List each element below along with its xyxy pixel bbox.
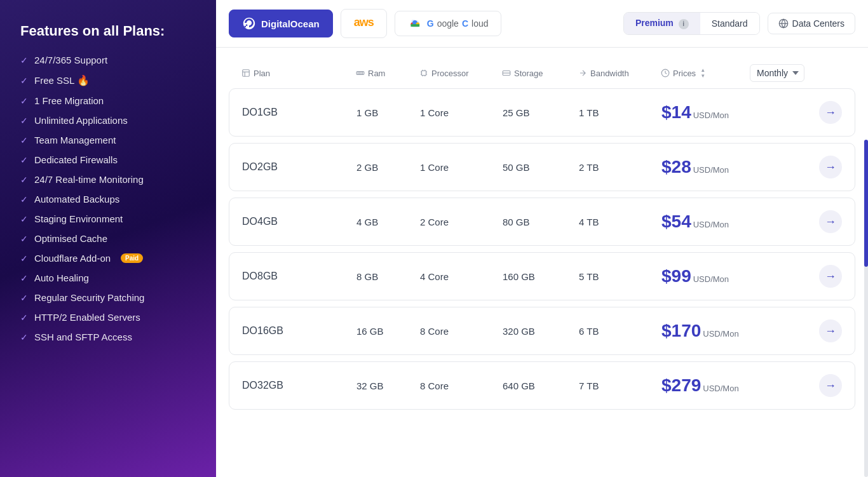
plan-storage: 640 GB — [503, 380, 579, 391]
premium-label: Premium — [635, 18, 674, 28]
col-bandwidth: Bandwidth — [578, 69, 661, 78]
select-plan-button[interactable]: → — [819, 319, 842, 342]
feature-label: Auto Healing — [34, 272, 89, 283]
processor-icon — [419, 69, 428, 77]
feature-label: Staging Environment — [34, 213, 123, 224]
price-unit: USD/Mon — [693, 111, 729, 120]
provider-btn-googlecloud[interactable]: Google Cloud — [395, 11, 502, 36]
tier-buttons: Premium i Standard — [623, 12, 760, 35]
plan-bandwidth: 2 TB — [579, 162, 661, 173]
scroll-track[interactable] — [864, 140, 868, 477]
main-content: DigitalOcean aws — [216, 0, 868, 477]
check-icon: ✓ — [20, 155, 28, 165]
price-unit: USD/Mon — [693, 274, 729, 284]
select-plan-button[interactable]: → — [819, 265, 842, 288]
sidebar: Features on all Plans: ✓ 24/7/365 Suppor… — [0, 0, 216, 477]
table-row[interactable]: DO2GB 2 GB 1 Core 50 GB 2 TB $28 USD/Mon… — [229, 143, 855, 191]
feature-item: ✓ SSH and SFTP Access — [20, 332, 196, 342]
plan-ram: 2 GB — [356, 162, 420, 173]
storage-icon — [502, 69, 511, 77]
plan-storage: 80 GB — [503, 217, 579, 227]
table-row[interactable]: DO4GB 4 GB 2 Core 80 GB 4 TB $54 USD/Mon… — [229, 198, 855, 246]
plan-storage: 25 GB — [503, 107, 579, 118]
monthly-select[interactable]: Monthly Yearly — [750, 64, 804, 82]
check-icon: ✓ — [20, 253, 28, 264]
check-icon: ✓ — [20, 312, 28, 323]
table-row[interactable]: DO32GB 32 GB 8 Core 640 GB 7 TB $279 USD… — [229, 361, 855, 410]
check-icon: ✓ — [20, 116, 28, 126]
svg-rect-14 — [422, 71, 426, 76]
check-icon: ✓ — [20, 135, 28, 145]
feature-item: ✓ Free SSL 🔥 — [20, 74, 196, 86]
feature-item: ✓ Unlimited Applications — [20, 115, 196, 126]
plan-price: $170 USD/Mon — [661, 321, 804, 341]
feature-label: 24/7 Real-time Monitoring — [34, 174, 144, 185]
feature-item: ✓ 24/7/365 Support — [20, 55, 196, 65]
table-area: Plan Ram Processor — [216, 48, 868, 477]
check-icon: ✓ — [20, 214, 28, 224]
plan-name: DO4GB — [242, 216, 356, 227]
price-unit: USD/Mon — [693, 165, 729, 175]
main-wrapper: DigitalOcean aws — [216, 0, 868, 477]
plan-processor: 1 Core — [420, 107, 503, 118]
plan-rows: DO1GB 1 GB 1 Core 25 GB 1 TB $14 USD/Mon… — [229, 88, 855, 410]
check-icon: ✓ — [20, 194, 28, 205]
plan-icon — [241, 69, 250, 77]
price-amount: $54 — [661, 212, 691, 232]
data-centers-button[interactable]: Data Centers — [768, 13, 855, 34]
plan-name: DO16GB — [242, 325, 356, 337]
scroll-thumb[interactable] — [864, 140, 868, 267]
feature-label: 1 Free Migration — [34, 95, 104, 106]
provider-btn-aws[interactable]: aws — [341, 9, 387, 38]
plan-ram: 4 GB — [356, 217, 420, 227]
ram-icon — [356, 69, 365, 77]
data-centers-label: Data Centers — [792, 18, 844, 29]
plan-bandwidth: 6 TB — [579, 326, 661, 337]
feature-label: SSH and SFTP Access — [34, 332, 132, 342]
paid-badge: Paid — [121, 253, 143, 263]
table-row[interactable]: DO1GB 1 GB 1 Core 25 GB 1 TB $14 USD/Mon… — [229, 88, 855, 137]
plan-price: $279 USD/Mon — [661, 375, 804, 396]
svg-rect-3 — [410, 24, 419, 27]
col-plan: Plan — [241, 69, 356, 78]
plan-bandwidth: 5 TB — [579, 271, 661, 282]
plan-name: DO1GB — [242, 107, 356, 118]
premium-info-icon[interactable]: i — [679, 19, 689, 29]
check-icon: ✓ — [20, 234, 28, 244]
sidebar-title: Features on all Plans: — [20, 23, 196, 39]
select-plan-button[interactable]: → — [819, 101, 842, 124]
check-icon: ✓ — [20, 273, 28, 283]
tier-btn-standard[interactable]: Standard — [700, 13, 759, 34]
column-headers: Plan Ram Processor — [229, 58, 855, 88]
standard-label: Standard — [712, 18, 748, 29]
provider-btn-digitalocean[interactable]: DigitalOcean — [229, 10, 333, 37]
sort-arrows: ▲ ▼ — [700, 68, 705, 79]
feature-label: Team Management — [34, 135, 116, 145]
plan-bandwidth: 7 TB — [579, 380, 661, 391]
plan-name: DO2GB — [242, 161, 356, 173]
select-plan-button[interactable]: → — [819, 374, 842, 397]
plan-processor: 2 Core — [420, 217, 503, 227]
plan-price: $99 USD/Mon — [661, 266, 804, 286]
feature-item: ✓ HTTP/2 Enabled Servers — [20, 312, 196, 323]
feature-item: ✓ Cloudflare Add-on Paid — [20, 253, 196, 264]
col-ram: Ram — [356, 69, 419, 78]
feature-item: ✓ Team Management — [20, 135, 196, 145]
plan-processor: 8 Core — [420, 326, 503, 337]
price-amount: $279 — [661, 375, 701, 396]
feature-item: ✓ Dedicated Firewalls — [20, 154, 196, 165]
table-row[interactable]: DO16GB 16 GB 8 Core 320 GB 6 TB $170 USD… — [229, 307, 855, 355]
check-icon: ✓ — [20, 96, 28, 106]
feature-label: Dedicated Firewalls — [34, 154, 118, 165]
plan-ram: 16 GB — [356, 326, 420, 337]
select-plan-button[interactable]: → — [819, 210, 842, 233]
select-plan-button[interactable]: → — [819, 156, 842, 178]
plan-price: $14 USD/Mon — [661, 102, 804, 123]
col-prices[interactable]: Prices ▲ ▼ Monthly Yearly — [661, 64, 804, 82]
check-icon: ✓ — [20, 293, 28, 303]
check-icon: ✓ — [20, 55, 28, 65]
plan-storage: 320 GB — [503, 326, 579, 337]
table-row[interactable]: DO8GB 8 GB 4 Core 160 GB 5 TB $99 USD/Mo… — [229, 252, 855, 300]
plan-price: $54 USD/Mon — [661, 212, 804, 232]
tier-btn-premium[interactable]: Premium i — [624, 13, 700, 34]
